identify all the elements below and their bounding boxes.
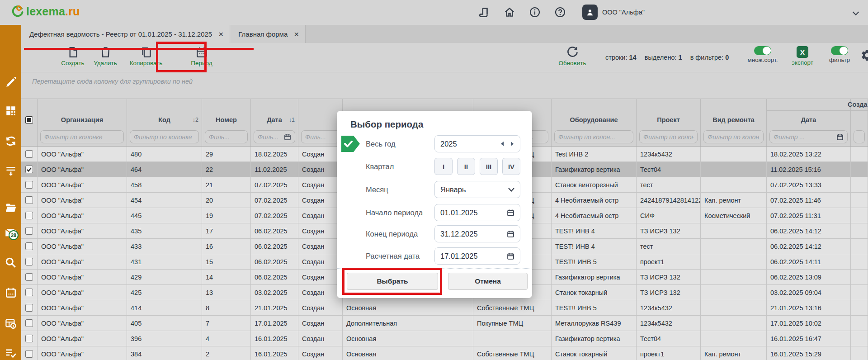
period-start-input[interactable]: 01.01.2025 [434, 204, 520, 221]
column-header-repair[interactable]: Вид ремонта [701, 111, 767, 129]
period-button[interactable]: Период [182, 46, 222, 66]
quarter-4-button[interactable]: IV [502, 158, 520, 175]
folder-icon[interactable] [0, 199, 21, 216]
row-checkbox[interactable] [25, 335, 33, 342]
row-checkbox[interactable] [25, 150, 33, 158]
delete-button[interactable]: Удалить [89, 46, 122, 66]
cell-created: 21.01.2025 13:16 [767, 300, 851, 315]
home-icon[interactable] [504, 6, 515, 18]
quarter-2-button[interactable]: II [457, 158, 475, 175]
filter-input-date[interactable]: Филь... [254, 130, 295, 143]
period-end-label: Конец периода [366, 225, 418, 242]
calendar-icon[interactable] [507, 230, 514, 238]
chevron-down-icon[interactable] [851, 8, 861, 18]
row-checkbox[interactable] [25, 289, 33, 296]
export-button[interactable]: X экспорт [788, 46, 817, 66]
close-icon[interactable]: × [218, 30, 223, 38]
row-checkbox[interactable] [25, 242, 33, 250]
help-icon[interactable] [554, 6, 566, 18]
search-icon[interactable] [0, 254, 21, 270]
tab-defect-register[interactable]: Дефектная ведомость - Реестр от 01.01.20… [21, 25, 230, 43]
group-by-bar[interactable]: Перетащите сюда колонку для группировки … [21, 73, 868, 99]
quarter-3-button[interactable]: III [480, 158, 498, 175]
period-end-input[interactable]: 31.12.2025 [434, 225, 520, 242]
month-select[interactable]: Январь [434, 181, 520, 198]
column-header-extra[interactable] [851, 111, 868, 129]
column-header-org[interactable]: Организация [38, 111, 127, 129]
schedule-icon[interactable] [0, 315, 21, 332]
select-button[interactable]: Выбрать [347, 273, 438, 290]
calc-date-input[interactable]: 17.01.2025 [434, 247, 520, 265]
company-name[interactable]: ООО "Альфа" [602, 9, 645, 16]
gear-icon[interactable] [860, 48, 868, 62]
qr-icon[interactable] [0, 103, 21, 119]
cell-equip: Металлорукав RS439 [552, 316, 637, 331]
column-header-date[interactable]: Дата↓1 [251, 111, 298, 129]
cell-project: 1234к5432 [637, 316, 701, 331]
sync-icon[interactable] [0, 133, 21, 149]
table-row[interactable]: ООО "Альфа"405717.01.2025СозданДополните… [21, 316, 868, 331]
logo[interactable]: lexema.ru [11, 4, 80, 19]
row-checkbox[interactable] [25, 181, 33, 189]
filter-input-status[interactable]: Филь... [301, 130, 340, 143]
cancel-button[interactable]: Отмена [448, 273, 528, 290]
header-checkbox[interactable] [25, 116, 33, 124]
row-checkbox[interactable] [25, 196, 33, 204]
refresh-icon [566, 46, 579, 58]
info-icon[interactable] [529, 6, 541, 18]
calendar-icon[interactable] [507, 209, 514, 217]
tasks-icon[interactable] [0, 345, 21, 360]
calendar-icon[interactable] [507, 252, 514, 260]
column-header-num[interactable]: Номер [202, 111, 251, 129]
filter-input-created[interactable]: Фильтр ... [769, 130, 848, 143]
year-spinner[interactable]: 2025 [434, 135, 520, 152]
cell-extra [851, 223, 868, 238]
filter-input-project[interactable]: Фильтр по колон... [639, 130, 698, 143]
filter-input-org[interactable]: Фильтр по колонке [40, 130, 124, 143]
row-checkbox[interactable] [25, 273, 33, 281]
year-next-icon[interactable] [510, 141, 514, 147]
mail-icon[interactable]: 28 [0, 224, 21, 241]
close-icon[interactable]: × [294, 30, 299, 38]
filter-input-equip[interactable]: Фильтр по колон... [554, 130, 633, 143]
tab-main-form[interactable]: Главная форма × [230, 25, 306, 43]
cell-project: СИФ [637, 208, 701, 223]
column-header-equip[interactable]: Оборудование [552, 111, 637, 129]
import-icon[interactable] [0, 163, 21, 179]
row-checkbox[interactable] [25, 227, 33, 235]
quarter-1-button[interactable]: I [434, 158, 453, 175]
create-button[interactable]: Создать [57, 46, 89, 66]
table-row[interactable]: ООО "Альфа"396416.01.2025СозданОсновнаяГ… [21, 331, 868, 346]
column-header-project[interactable]: Проект [637, 111, 701, 129]
column-header-cb[interactable] [21, 111, 38, 129]
row-checkbox[interactable] [25, 166, 33, 173]
year-prev-icon[interactable] [500, 141, 504, 147]
cell-num: 2 [202, 346, 251, 360]
row-checkbox[interactable] [25, 304, 33, 312]
script-icon[interactable] [478, 6, 490, 18]
calendar-icon[interactable] [0, 284, 21, 301]
column-header-created[interactable]: Дата [767, 111, 851, 129]
filter-input-extra[interactable] [854, 130, 865, 143]
row-checkbox[interactable] [25, 258, 33, 265]
row-checkbox[interactable] [25, 350, 33, 358]
filter-input-code[interactable]: Фильтр по колонке [130, 130, 199, 143]
row-checkbox[interactable] [25, 212, 33, 219]
refresh-button[interactable]: Обновить [555, 46, 590, 66]
cell-project: тест [637, 239, 701, 254]
filter-input-repair[interactable]: Фильтр по колон... [703, 130, 764, 143]
table-row[interactable]: ООО "Альфа"384216.01.2025СозданОсновнаяС… [21, 346, 868, 360]
table-row[interactable]: ООО "Альфа"414821.01.2025СозданОсновнаяС… [21, 300, 868, 316]
filter-input-num[interactable]: Филь... [205, 130, 248, 143]
column-header-status[interactable] [298, 111, 343, 129]
user-avatar-icon[interactable] [582, 5, 598, 20]
row-checkbox[interactable] [25, 319, 33, 327]
cell-project: Тест04 [637, 331, 701, 346]
copy-button[interactable]: Копировать [124, 46, 168, 66]
cell-code: 435 [127, 223, 202, 238]
sort-indicator: ↓1 [289, 117, 295, 123]
column-header-code[interactable]: Код↓2 [127, 111, 202, 129]
edit-icon[interactable] [0, 74, 21, 90]
filter-toggle[interactable] [831, 46, 848, 55]
multisort-toggle[interactable] [754, 46, 771, 55]
